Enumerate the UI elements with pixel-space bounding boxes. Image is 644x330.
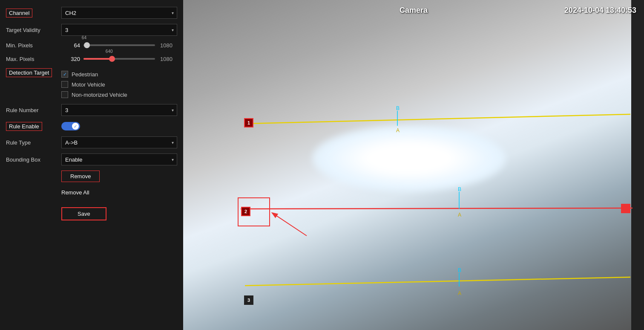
remove-all-button[interactable]: Remove All [61,187,89,198]
remove-button[interactable]: Remove [61,171,100,182]
target-validity-select-wrapper: 3 1 2 4 5 ▾ [61,24,177,36]
channel-select[interactable]: CH2 CH1 CH3 CH4 [61,7,177,19]
bounding-box-label: Bounding Box [6,156,61,163]
camera-feed: Camera 2024-10-04 13:40:53 B A B A B A 1… [183,0,644,330]
svg-text:B: B [458,186,461,192]
rule-enable-toggle[interactable] [61,122,80,130]
option-non-motorized-label: Non-motorized Vehicle [72,92,127,98]
svg-line-0 [245,114,630,124]
min-pixels-thumb[interactable]: 64 [84,42,90,48]
rule-marker-2: 2 [241,207,250,216]
svg-text:A: A [458,212,461,218]
checkbox-pedestrian[interactable] [61,71,68,78]
min-pixels-slider-container: 64 [83,41,155,49]
rule-type-row: Rule Type A->B B->A A<->B ▾ [0,134,183,151]
detection-target-section: Detection Target Pedestrian Motor Vehicl… [0,66,183,101]
option-motor-vehicle: Motor Vehicle [61,80,127,89]
detection-target-header: Detection Target Pedestrian Motor Vehicl… [6,68,177,99]
toggle-knob [72,123,79,130]
save-row: Save [0,205,183,223]
left-panel: Channel CH2 CH1 CH3 CH4 ▾ Target Validit… [0,0,183,330]
rule-marker-2-box: 2 [238,197,270,226]
svg-line-2 [241,208,632,209]
camera-overlay-svg: B A B A B A [183,0,644,330]
min-pixels-row: Min. Pixels 64 64 1080 [0,38,183,52]
rule-endpoint-right [621,204,630,213]
rule-type-select[interactable]: A->B B->A A<->B [61,136,177,148]
max-pixels-fill [83,58,112,60]
rule-type-label: Rule Type [6,139,61,146]
option-pedestrian: Pedestrian [61,70,127,78]
save-button[interactable]: Save [61,207,106,220]
channel-select-wrapper: CH2 CH1 CH3 CH4 ▾ [61,7,177,19]
max-pixels-row: Max. Pixels 320 640 1080 [0,52,183,66]
svg-text:B: B [396,105,400,111]
svg-text:B: B [458,267,461,273]
svg-line-1 [245,277,630,286]
option-non-motorized: Non-motorized Vehicle [61,90,127,99]
channel-label: Channel [6,9,61,17]
target-validity-label: Target Validity [6,27,61,33]
checkbox-non-motorized[interactable] [61,91,68,98]
remove-row: Remove [0,168,183,185]
detection-target-label: Detection Target [6,68,61,77]
max-pixels-track: 640 [83,58,155,60]
rule-number-label: Rule Number [6,107,61,113]
max-pixels-thumb[interactable]: 640 [109,56,115,62]
bounding-box-row: Bounding Box Enable Disable ▾ [0,151,183,168]
detection-target-options: Pedestrian Motor Vehicle Non-motorized V… [61,70,127,99]
rule-enable-label: Rule Enable [6,122,61,131]
min-pixels-left-val: 64 [65,42,80,49]
bounding-box-select[interactable]: Enable Disable [61,153,177,165]
rule-number-select-wrapper: 3 1 2 4 5 ▾ [61,104,177,116]
min-pixels-right-val: 1080 [160,42,177,49]
svg-text:A: A [396,127,400,133]
option-motor-vehicle-label: Motor Vehicle [72,81,105,88]
remove-all-row: Remove All [0,185,183,200]
max-pixels-left-val: 320 [65,56,80,62]
rule-type-select-wrapper: A->B B->A A<->B ▾ [61,136,177,148]
rule-marker-1: 1 [244,118,253,127]
target-validity-select[interactable]: 3 1 2 4 5 [61,24,177,36]
rule-number-select[interactable]: 3 1 2 4 5 [61,104,177,116]
target-validity-row: Target Validity 3 1 2 4 5 ▾ [0,21,183,38]
channel-row: Channel CH2 CH1 CH3 CH4 ▾ [0,4,183,21]
max-pixels-right-val: 1080 [160,56,177,62]
option-pedestrian-label: Pedestrian [72,71,98,78]
min-pixels-label: Min. Pixels [6,42,61,49]
svg-text:A: A [458,290,461,296]
rule-marker-3: 3 [244,295,253,305]
checkbox-motor-vehicle[interactable] [61,81,68,88]
min-pixels-tick: 64 [82,35,86,40]
max-pixels-label: Max. Pixels [6,56,61,62]
rule-enable-row: Rule Enable [0,119,183,134]
min-pixels-track: 64 [83,44,155,46]
max-pixels-slider-container: 640 [83,55,155,63]
rule-number-row: Rule Number 3 1 2 4 5 ▾ [0,101,183,119]
max-pixels-tick: 640 [106,49,113,54]
bounding-box-select-wrapper: Enable Disable ▾ [61,153,177,165]
